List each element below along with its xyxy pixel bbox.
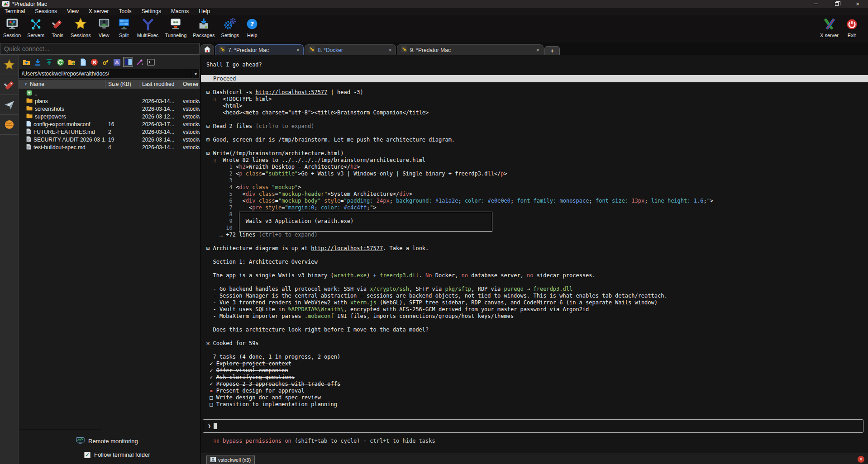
terminal-text: database server, — [468, 272, 527, 279]
terminal-text: "mockup" — [272, 184, 298, 190]
toolbar-button-tunneling[interactable]: Tunneling — [162, 15, 190, 43]
terminal-text: 7 — [206, 204, 236, 211]
terminal-text: padding: — [347, 198, 373, 204]
file-row[interactable]: SECURITY-AUDIT-2026-03-1...192026-03-14.… — [19, 136, 200, 143]
quick-connect-input[interactable] — [0, 43, 200, 55]
toolbar-button-help[interactable]: ?Help — [242, 15, 262, 43]
toolbar-button-split[interactable]: Split — [114, 15, 134, 43]
terminal-text: (ctrl+o to expand) — [255, 123, 314, 129]
file-row[interactable]: screenshots2026-03-14...vstockw... — [19, 105, 200, 113]
file-row[interactable]: superpowers2026-03-12...vstockw... — [19, 113, 200, 120]
tab-8[interactable]: 8. *Docker× — [305, 44, 396, 55]
terminal-line: ✓ Propose 2-3 approaches with trade-offs — [206, 381, 868, 388]
menu-item-view[interactable]: View — [67, 8, 79, 14]
column-header-size-kb-[interactable]: Size (KB) — [105, 80, 139, 89]
terminal-text: xterm.js — [350, 299, 377, 306]
filebar-upload-icon[interactable] — [44, 57, 54, 67]
file-browser-panel: A /Users/vstockwell/repos/wraith/docs/ ▾… — [19, 55, 200, 464]
file-modified-cell: 2026-03-14... — [139, 98, 180, 104]
file-row[interactable]: plans2026-03-14...vstockw... — [19, 97, 200, 105]
minimize-button[interactable] — [806, 0, 826, 8]
menu-item-help[interactable]: Help — [199, 8, 210, 14]
follow-checkbox[interactable]: ✓ — [84, 452, 91, 458]
menu-item-tools[interactable]: Tools — [119, 8, 132, 14]
toolbar-button-settings[interactable]: Settings — [218, 15, 243, 43]
toolbar-button-packages[interactable]: Packages — [190, 15, 218, 43]
filebar-wand-icon[interactable] — [134, 57, 144, 67]
terminal-text: 13px — [631, 198, 644, 204]
menu-item-x-server[interactable]: X server — [89, 8, 109, 14]
menu-item-settings[interactable]: Settings — [142, 8, 161, 14]
terminal-text: ⊡ — [206, 137, 213, 143]
session-bottom-tab[interactable]: vstockwell (x3) — [206, 455, 255, 464]
menu-item-sessions[interactable]: Sessions — [35, 8, 57, 14]
file-table-header: ▼NameSize (KB)Last modifiedOwner — [19, 80, 200, 89]
column-header-owner[interactable]: Owner — [180, 80, 200, 89]
file-row[interactable]: config-export.mobaconf162026-03-17...vst… — [19, 120, 200, 128]
filebar-download-icon[interactable] — [33, 57, 43, 67]
tab-close-icon[interactable]: × — [296, 47, 300, 53]
filebar-font-icon[interactable]: A — [112, 57, 122, 67]
remote-monitoring[interactable]: Remote monitoring — [76, 437, 138, 445]
toolbar-button-x-server[interactable]: X server — [817, 15, 842, 43]
menu-item-macros[interactable]: Macros — [171, 8, 189, 14]
terminal-close-button[interactable]: × — [858, 456, 864, 463]
tab-home[interactable] — [200, 44, 214, 55]
terminal-text: #1a1a2e — [435, 198, 458, 204]
terminal-text — [373, 198, 377, 204]
file-row[interactable]: test-buildout-spec.md42026-03-14...vstoc… — [19, 143, 200, 151]
toolbar-button-tools[interactable]: Tools — [48, 15, 67, 43]
toolbar-button-view[interactable]: View — [94, 15, 114, 43]
filebar-key-icon[interactable] — [100, 57, 110, 67]
filebar-dualpane-icon[interactable] — [123, 57, 133, 67]
file-row[interactable]: FUTURE-FEATURES.md22026-03-14...vstockw.… — [19, 128, 200, 136]
filebar-updir-icon[interactable] — [21, 57, 31, 67]
toolbar-button-multiexec[interactable]: MultiExec — [134, 15, 162, 43]
strip-knife-icon[interactable] — [0, 75, 19, 95]
filebar-delete-icon[interactable] — [89, 57, 99, 67]
column-header-last-modified[interactable]: Last modified — [139, 80, 180, 89]
terminal-text: - MobaXterm importer parses — [206, 313, 305, 319]
restore-button[interactable] — [826, 0, 847, 8]
strip-globe-icon[interactable] — [0, 115, 19, 135]
tab-close-icon[interactable]: × — [536, 47, 539, 53]
terminal-text: Wrote 82 lines to ../../../../tmp/brains… — [223, 157, 425, 163]
terminal-link[interactable]: http://localhost:57577 — [255, 89, 327, 95]
path-dropdown-chevron-icon[interactable]: ▾ — [192, 70, 199, 78]
new-tab-button[interactable]: + — [544, 46, 560, 55]
strip-star-icon[interactable] — [0, 55, 19, 75]
tab-9[interactable]: 9. *Predator Mac× — [397, 44, 544, 55]
filebar-newfile-icon[interactable] — [78, 57, 88, 67]
terminal-link[interactable]: http://localhost:57577 — [311, 245, 383, 251]
terminal-text: Ask clarifying questions — [216, 374, 295, 380]
follow-terminal-folder[interactable]: ✓ Follow terminal folder — [84, 451, 150, 458]
prompt-input-box[interactable]: ❯ — [203, 419, 863, 433]
terminal-line: ▯ Wrote 82 lines to ../../../../tmp/brai… — [206, 157, 868, 164]
terminal-text: Docker, — [432, 272, 462, 279]
terminal-text: = — [340, 198, 343, 204]
filebar-newfolder-icon[interactable] — [67, 57, 76, 67]
filebar-console-icon[interactable] — [146, 57, 156, 67]
strip-plane-icon[interactable] — [0, 95, 19, 115]
filebar-refresh-icon[interactable] — [55, 57, 65, 67]
close-button[interactable]: × — [847, 0, 868, 8]
menu-item-terminal[interactable]: Terminal — [5, 8, 25, 14]
toolbar-button-sessions[interactable]: Sessions — [67, 15, 94, 43]
tab-7[interactable]: 7. *Predator Mac× — [215, 44, 304, 55]
toolbar-button-exit[interactable]: Exit — [842, 15, 862, 43]
column-header-name[interactable]: ▼Name — [19, 80, 105, 89]
terminal-text: no — [527, 272, 533, 279]
terminal[interactable]: Shall I go ahead? Proceed ⊡ Bash(curl -s… — [200, 55, 868, 464]
sidebar-icon-strip — [0, 55, 19, 464]
terminal-text: font-size: — [596, 198, 628, 204]
tab-close-icon[interactable]: × — [388, 47, 392, 53]
toolbar-button-session[interactable]: Session — [0, 15, 24, 43]
path-bar[interactable]: /Users/vstockwell/repos/wraith/docs/ ▾ — [19, 69, 200, 79]
toolbar-button-servers[interactable]: Servers — [24, 15, 48, 43]
file-row[interactable]: .. — [19, 90, 200, 97]
terminal-text: div — [246, 198, 256, 204]
tunneling-icon — [169, 16, 182, 32]
terminal-line: 3 — [206, 177, 868, 184]
column-header-label: Last modified — [142, 81, 174, 87]
sort-triangle-icon: ▼ — [24, 82, 28, 86]
